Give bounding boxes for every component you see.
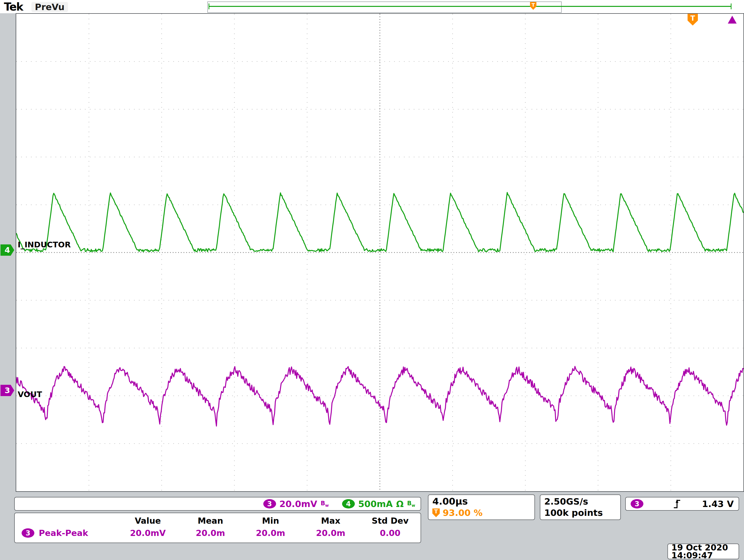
record-view-waveform-line — [209, 6, 731, 7]
waveform-display-graticule: T — [16, 13, 744, 492]
trigger-letter: T — [531, 2, 535, 8]
channel-4-scale: 500mA — [358, 499, 393, 509]
rising-edge-icon — [673, 498, 681, 509]
trigger-position-icon: T — [432, 509, 440, 517]
trigger-level-value: 1.43 V — [702, 499, 734, 509]
time-label: 14:09:47 — [671, 552, 735, 559]
channel-3-scale: 20.0mV — [280, 499, 317, 509]
measurement-min: 20.0m — [240, 528, 301, 538]
waveform-label-vout: VOUT — [18, 390, 42, 399]
col-header-value: Value — [115, 516, 180, 526]
timebase-value: 4.00µs — [432, 496, 530, 507]
channel-3-number: 3 — [267, 500, 272, 508]
channel-3-number: 3 — [5, 386, 10, 395]
datetime-box: 19 Oct 2020 14:09:47 — [667, 544, 739, 559]
trigger-letter: T — [434, 509, 438, 515]
col-header-stddev: Std Dev — [361, 516, 420, 526]
channel-scale-readout: 3 20.0mV Bw 4 500mA Ω Bw — [14, 497, 421, 511]
col-header-min: Min — [240, 516, 301, 526]
channel-4-marker[interactable]: 4 — [0, 245, 14, 256]
measurement-max: 20.0m — [301, 528, 361, 538]
measurement-row: 3 Peak-Peak 20.0mV 20.0m 20.0m 20.0m 0.0… — [15, 527, 420, 539]
waveform-plot — [16, 14, 744, 491]
measurements-header-row: Value Mean Min Max Std Dev — [15, 515, 420, 527]
trigger-level-offscreen-arrow-icon[interactable] — [728, 16, 737, 24]
waveform-label-i-inductor: I_INDUCTOR — [18, 240, 71, 249]
measurement-channel-badge: 3 — [22, 528, 34, 538]
measurement-stddev: 0.00 — [361, 528, 420, 538]
date-label: 19 Oct 2020 — [671, 544, 735, 551]
record-view-left-tick — [209, 3, 209, 9]
measurement-value: 20.0mV — [115, 528, 180, 538]
horizontal-readout: 4.00µs T 93.00 % — [428, 494, 535, 520]
channel-3-marker[interactable]: 3 — [0, 385, 14, 396]
tek-logo: Tek — [4, 0, 23, 13]
channel-3-number: 3 — [635, 500, 639, 508]
bandwidth-limit-icon: Bw — [321, 500, 329, 508]
trigger-letter: T — [690, 14, 695, 22]
channel-4-number: 4 — [5, 246, 10, 255]
trigger-readout: 3 1.43 V — [625, 497, 739, 511]
measurement-name: Peak-Peak — [39, 528, 88, 538]
acquisition-mode-label: PreVu — [31, 2, 68, 12]
trigger-position-percent: 93.00 % — [443, 508, 482, 518]
record-view-right-tick — [731, 3, 732, 9]
acquisition-readout: 2.50GS/s 100k points — [540, 494, 621, 520]
measurement-name-cell: 3 Peak-Peak — [15, 528, 115, 538]
col-header-max: Max — [301, 516, 361, 526]
col-header-mean: Mean — [180, 516, 240, 526]
channel-3-number: 3 — [26, 529, 30, 537]
measurement-mean: 20.0m — [180, 528, 240, 538]
bandwidth-limit-icon: Bw — [407, 500, 415, 508]
top-status-bar: Tek PreVu T — [0, 0, 744, 13]
channel-4-number: 4 — [346, 500, 351, 508]
channel-3-badge: 3 — [263, 499, 276, 509]
record-length: 100k points — [544, 507, 617, 519]
record-view-window — [207, 1, 562, 13]
channel-4-impedance: Ω — [396, 499, 404, 509]
measurements-table: Value Mean Min Max Std Dev 3 Peak-Peak 2… — [14, 513, 421, 543]
sample-rate: 2.50GS/s — [544, 496, 617, 507]
trigger-source-badge: 3 — [631, 499, 643, 509]
channel-4-badge: 4 — [342, 499, 355, 509]
